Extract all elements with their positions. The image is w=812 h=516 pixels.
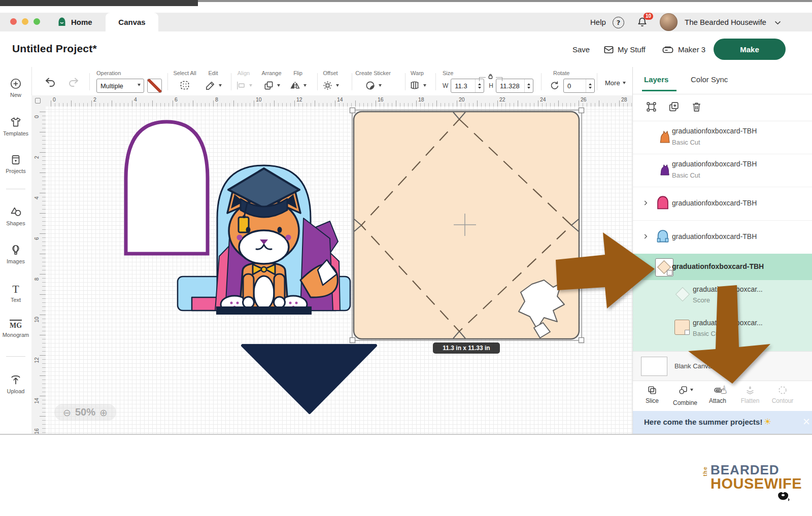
sidebar-item-projects[interactable]: Projects — [0, 153, 31, 174]
account-name[interactable]: The Bearded Housewife — [685, 18, 766, 26]
rotate-label: Rotate — [553, 70, 595, 76]
ruler-number: 12 — [296, 96, 302, 102]
arch-window-shape[interactable] — [126, 122, 208, 254]
rotate-value: 0 — [564, 82, 586, 90]
layer-title: graduationfoxboxcard-TBH — [672, 232, 757, 240]
make-button[interactable]: Make — [714, 39, 786, 60]
selection-handle — [579, 338, 584, 343]
traffic-light-zoom[interactable] — [33, 18, 40, 25]
layer-row-selected[interactable]: graduationfoxboxcard-TBH — [633, 254, 812, 280]
flatten-button[interactable]: Flatten — [734, 385, 766, 404]
create-sticker-button[interactable]: Create Sticker — [348, 70, 398, 92]
tab-home[interactable]: Home — [71, 18, 92, 26]
size-lock-icon[interactable] — [486, 72, 495, 81]
layer-row[interactable]: graduationfoxboxcard-TBH — [633, 221, 812, 254]
tab-color-sync[interactable]: Color Sync — [691, 75, 728, 84]
layer-subtitle: Basic Cut — [693, 330, 721, 337]
machine-selector[interactable]: Maker 3 — [678, 45, 705, 54]
sidebar-item-label: Templates — [0, 130, 31, 136]
combine-button[interactable]: Combine — [669, 385, 701, 406]
group-button[interactable] — [645, 100, 658, 113]
slice-button[interactable]: Slice — [636, 385, 668, 404]
slice-icon — [636, 385, 668, 396]
rotate-input[interactable]: 0 — [563, 79, 595, 93]
flatten-label: Flatten — [734, 397, 766, 404]
sidebar-item-new[interactable]: New — [0, 77, 31, 98]
box-card-shape[interactable] — [354, 112, 579, 339]
flip-icon — [289, 80, 301, 91]
tab-layers[interactable]: Layers — [644, 75, 668, 84]
operation-select[interactable]: Multiple — [96, 79, 144, 93]
arrange-icon — [263, 80, 275, 91]
contour-button[interactable]: Contour — [766, 385, 799, 404]
slice-label: Slice — [636, 397, 668, 404]
ruler-number: 22 — [499, 96, 505, 102]
layer-subtitle: Score — [693, 296, 710, 304]
ruler-number: 10 — [33, 315, 40, 325]
app-window: Home Canvas Help ? 10 The Bearded Housew… — [0, 0, 812, 516]
flatten-icon — [734, 385, 766, 396]
ruler-number: 2 — [93, 96, 96, 102]
rotate-stepper[interactable] — [586, 79, 594, 92]
height-stepper[interactable] — [524, 79, 533, 92]
ruler-number: 4 — [134, 96, 137, 102]
banner-close-icon[interactable]: × — [802, 416, 810, 427]
create-sticker-icon — [364, 80, 376, 91]
sidebar-item-upload[interactable]: Upload — [0, 373, 31, 394]
text-icon: T — [0, 283, 31, 295]
chevron-right-icon[interactable] — [642, 233, 649, 240]
zoom-out-button[interactable]: ⊖ — [63, 407, 71, 418]
size-lock-bracket — [496, 77, 502, 81]
shapes-icon — [0, 205, 31, 219]
avatar[interactable] — [660, 13, 678, 31]
sidebar-item-text[interactable]: T Text — [0, 283, 31, 303]
more-menu-button[interactable]: More — [605, 79, 626, 87]
notification-count: 10 — [646, 13, 651, 19]
my-stuff-button[interactable]: My Stuff — [618, 45, 646, 54]
help-icon[interactable]: ? — [613, 17, 624, 28]
sidebar-item-shapes[interactable]: Shapes — [0, 205, 31, 226]
warp-menu-button[interactable]: Warp — [399, 70, 435, 92]
selection-handle — [579, 108, 584, 113]
navy-triangle-shape[interactable] — [243, 346, 376, 412]
layer-subrow[interactable]: graduationfoxboxcar... Basic Cut — [633, 314, 812, 349]
titlebar: Home Canvas Help ? 10 The Bearded Housew… — [0, 13, 812, 31]
offset-menu-button[interactable]: Offset — [311, 70, 350, 92]
layer-subrow[interactable]: graduationfoxboxcar... Score — [633, 280, 812, 316]
rotate-icon — [549, 80, 560, 91]
save-button[interactable]: Save — [572, 45, 590, 54]
size-lock-bracket — [479, 77, 486, 81]
help-button[interactable]: Help — [590, 18, 606, 26]
traffic-light-minimize[interactable] — [22, 18, 28, 25]
width-value: 11.3 — [451, 82, 475, 90]
delete-button[interactable] — [690, 100, 703, 113]
ruler-number: 0 — [53, 96, 56, 102]
attach-button[interactable]: Attach — [701, 385, 734, 404]
align-icon — [235, 80, 247, 91]
blank-canvas-row[interactable]: Blank Canvas — [633, 351, 812, 381]
duplicate-button[interactable] — [667, 100, 680, 113]
zoom-in-button[interactable]: ⊕ — [99, 407, 108, 418]
tab-canvas[interactable]: Canvas — [106, 13, 158, 31]
traffic-light-close[interactable] — [10, 18, 17, 25]
layer-thumbnail-fox-orange — [658, 128, 670, 146]
layer-subtitle: Basic Cut — [672, 171, 700, 179]
layer-row[interactable]: graduationfoxboxcard-TBH Basic Cut — [633, 154, 812, 187]
undo-button[interactable] — [44, 75, 57, 88]
sidebar-item-monogram[interactable]: MG Monogram — [0, 320, 31, 338]
sidebar-item-templates[interactable]: Templates — [0, 116, 31, 136]
layer-row[interactable]: graduationfoxboxcard-TBH Basic Cut — [633, 121, 812, 154]
account-chevron-down-icon[interactable] — [773, 18, 782, 27]
sidebar-item-images[interactable]: Images — [0, 244, 31, 264]
ruler-number: 14 — [33, 396, 40, 406]
chevron-right-icon[interactable] — [642, 199, 649, 207]
notification-badge: 10 — [644, 13, 653, 20]
layer-row[interactable]: graduationfoxboxcard-TBH — [633, 187, 812, 221]
sidebar-item-label: Projects — [0, 168, 31, 174]
help-glyph: ? — [617, 19, 621, 26]
linetype-swatch[interactable] — [147, 79, 162, 93]
sidebar-divider — [6, 189, 25, 189]
redo-button[interactable] — [67, 75, 80, 88]
layer-title: graduationfoxboxcard-TBH — [672, 160, 757, 168]
rotate-group: Rotate 0 — [549, 70, 595, 93]
